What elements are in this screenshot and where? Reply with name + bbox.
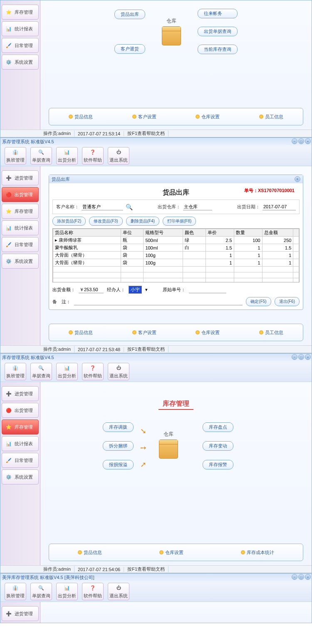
tbtn-analysis[interactable]: 📊出货分析 bbox=[56, 583, 78, 600]
tbtn-help[interactable]: ❓软件帮助 bbox=[82, 583, 104, 600]
note-input[interactable] bbox=[74, 298, 243, 305]
pill-transfer[interactable]: 库存调拨 bbox=[103, 422, 134, 432]
blink-staff[interactable]: 员工信息 bbox=[259, 329, 283, 336]
tbtn-shift[interactable]: 👔换班管理 bbox=[5, 583, 26, 600]
sidebar-item-inbound[interactable]: ➕进货管理 bbox=[2, 170, 39, 185]
goods-grid[interactable]: 货品名称 单位 规格型号 颜色 单价 数量 总金额 ▸ 康师傅绿茶瓶500ml绿… bbox=[52, 228, 300, 282]
maximize-icon[interactable]: □ bbox=[298, 354, 304, 360]
bullet-icon bbox=[196, 330, 200, 334]
blink-goods[interactable]: 货品信息 bbox=[69, 329, 93, 336]
blink-warehouse[interactable]: 仓库设置 bbox=[159, 549, 183, 556]
sidebar-item-inventory[interactable]: ⭐库存管理 bbox=[2, 5, 39, 20]
action-print[interactable]: 打印单据(F8) bbox=[163, 217, 196, 226]
sidebar-item-reports[interactable]: 📊统计报表 bbox=[2, 436, 39, 451]
sidebar-item-daily[interactable]: 🖌️日常管理 bbox=[2, 453, 39, 468]
table-row[interactable]: ▸ 康师傅绿茶瓶500ml绿2.5100250 bbox=[53, 237, 299, 244]
pill-accounts[interactable]: 往来帐务 bbox=[198, 9, 238, 18]
minimize-icon[interactable]: − bbox=[292, 574, 297, 580]
sidebar-item-inventory[interactable]: ⭐库存管理 bbox=[2, 419, 39, 434]
action-edit[interactable]: 修改货品(F3) bbox=[89, 217, 122, 226]
orig-input[interactable] bbox=[189, 286, 226, 293]
bullet-icon bbox=[196, 115, 200, 119]
tbtn-query[interactable]: 🔍单据查询 bbox=[30, 583, 52, 600]
sidebar-item-inbound[interactable]: ➕进货管理 bbox=[2, 386, 39, 401]
tbtn-help[interactable]: ❓软件帮助 bbox=[82, 147, 104, 165]
sidebar-item-inventory[interactable]: ⭐库存管理 bbox=[2, 204, 39, 219]
table-row[interactable]: 蒙牛酸酸乳袋100ml白1.511.5 bbox=[53, 244, 299, 252]
tbtn-exit[interactable]: ⏻退出系统 bbox=[108, 583, 129, 600]
sidebar-item-outbound[interactable]: 🔴出货管理 bbox=[2, 403, 39, 418]
date-input[interactable] bbox=[262, 203, 296, 210]
ok-button[interactable]: 确定(F5) bbox=[246, 297, 271, 306]
pill-loss[interactable]: 报损报溢 bbox=[103, 460, 134, 469]
pill-check[interactable]: 库存盘点 bbox=[203, 422, 233, 432]
col-spec[interactable]: 规格型号 bbox=[144, 229, 183, 237]
pill-outbound[interactable]: 货品出库 bbox=[114, 10, 145, 19]
dialog-title: 货品出库 bbox=[52, 176, 70, 182]
sidebar-item-settings[interactable]: ⚙️系统设置 bbox=[2, 55, 39, 70]
col-price[interactable]: 单价 bbox=[206, 229, 234, 237]
tbtn-shift[interactable]: 👔换班管理 bbox=[5, 147, 26, 165]
tbtn-exit[interactable]: ⏻退出系统 bbox=[108, 147, 129, 165]
gear-icon: ⚙️ bbox=[5, 257, 13, 265]
sidebar-item-daily[interactable]: 🖌️日常管理 bbox=[2, 38, 39, 53]
col-qty[interactable]: 数量 bbox=[234, 229, 262, 237]
wh-input[interactable] bbox=[183, 203, 212, 210]
table-row[interactable]: 大骨面（猪骨）袋100g111 bbox=[53, 259, 299, 267]
blink-staff[interactable]: 员工信息 bbox=[259, 114, 283, 120]
pill-alarm[interactable]: 库存报警 bbox=[203, 460, 233, 469]
tbtn-analysis[interactable]: 📊出货分析 bbox=[56, 147, 78, 165]
exit-button[interactable]: 退出(F6) bbox=[275, 297, 300, 306]
tbtn-help[interactable]: ❓软件帮助 bbox=[82, 363, 104, 380]
pill-query-stock[interactable]: 当前库存查询 bbox=[198, 45, 238, 54]
table-row[interactable]: 大骨面（猪骨）袋100g111 bbox=[53, 252, 299, 259]
sidebar-item-settings[interactable]: ⚙️系统设置 bbox=[2, 254, 39, 269]
handler-select[interactable]: 小宇 bbox=[129, 286, 142, 294]
action-del[interactable]: 删除货品(F4) bbox=[126, 217, 159, 226]
blink-goods[interactable]: 货品信息 bbox=[78, 549, 102, 556]
sidebar-item-outbound[interactable]: 🔴出货管理 bbox=[2, 187, 39, 202]
pill-change[interactable]: 库存变动 bbox=[203, 441, 233, 451]
search-icon[interactable]: 🔍 bbox=[126, 204, 133, 210]
close-icon[interactable]: × bbox=[305, 574, 311, 580]
search-icon: 🔍 bbox=[37, 584, 45, 592]
blink-customer[interactable]: 客户设置 bbox=[132, 114, 156, 120]
blink-warehouse[interactable]: 仓库设置 bbox=[196, 329, 220, 336]
tbtn-query[interactable]: 🔍单据查询 bbox=[30, 363, 52, 380]
action-add[interactable]: 添加货品(F2) bbox=[52, 217, 86, 226]
maximize-icon[interactable]: □ bbox=[298, 138, 304, 144]
sidebar-item-settings[interactable]: ⚙️系统设置 bbox=[2, 469, 39, 484]
bullet-icon bbox=[78, 550, 82, 554]
col-amt[interactable]: 总金额 bbox=[262, 229, 293, 237]
blink-cost[interactable]: 库存成本统计 bbox=[241, 549, 274, 556]
tbtn-shift[interactable]: 👔换班管理 bbox=[5, 363, 26, 380]
blink-goods[interactable]: 货品信息 bbox=[69, 114, 93, 120]
sidebar: ➕进货管理 bbox=[0, 602, 40, 623]
pill-query-out[interactable]: 出货单据查询 bbox=[198, 27, 238, 36]
tbtn-query[interactable]: 🔍单据查询 bbox=[30, 147, 52, 165]
maximize-icon[interactable]: □ bbox=[298, 574, 304, 580]
col-unit[interactable]: 单位 bbox=[121, 229, 144, 237]
amt-input[interactable] bbox=[79, 286, 104, 293]
sidebar-item-daily[interactable]: 🖌️日常管理 bbox=[2, 237, 39, 252]
dropdown-icon[interactable]: ▾ bbox=[145, 287, 148, 292]
tbtn-exit[interactable]: ⏻退出系统 bbox=[108, 363, 129, 380]
pill-split[interactable]: 拆分捆绑 bbox=[103, 441, 134, 451]
close-icon[interactable]: × bbox=[305, 138, 311, 144]
col-color[interactable]: 颜色 bbox=[183, 229, 206, 237]
minimize-icon[interactable]: − bbox=[292, 354, 297, 360]
bullet-icon bbox=[69, 115, 73, 119]
col-name[interactable]: 货品名称 bbox=[53, 229, 121, 237]
sidebar-item-reports[interactable]: 📊统计报表 bbox=[2, 220, 39, 235]
minimize-icon[interactable]: − bbox=[292, 138, 297, 144]
pill-return[interactable]: 客户退货 bbox=[114, 44, 145, 54]
sidebar-item-reports[interactable]: 📊统计报表 bbox=[2, 21, 39, 36]
blink-warehouse[interactable]: 仓库设置 bbox=[196, 114, 220, 120]
sidebar-item-inbound[interactable]: ➕进货管理 bbox=[2, 606, 39, 621]
blink-customer[interactable]: 客户设置 bbox=[132, 329, 156, 336]
bottom-links: 货品信息 客户设置 仓库设置 员工信息 bbox=[49, 324, 303, 341]
close-icon[interactable]: × bbox=[295, 176, 300, 182]
close-icon[interactable]: × bbox=[305, 354, 311, 360]
tbtn-analysis[interactable]: 📊出货分析 bbox=[56, 363, 78, 380]
cust-input[interactable] bbox=[82, 203, 123, 210]
